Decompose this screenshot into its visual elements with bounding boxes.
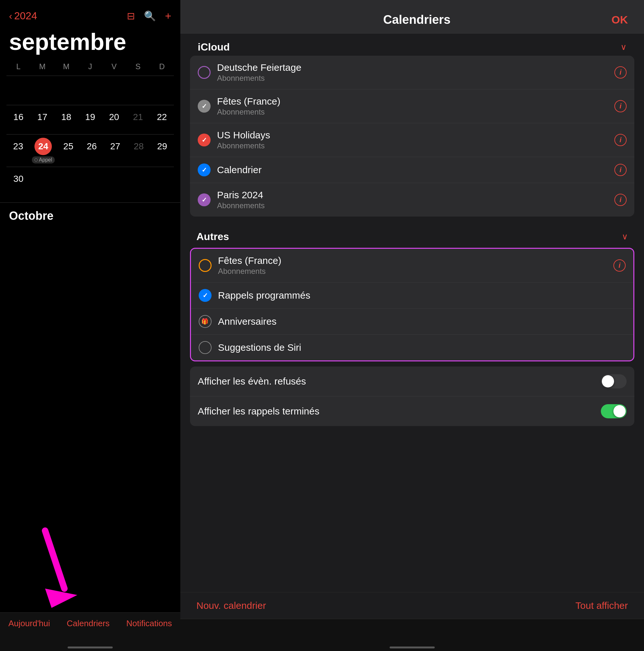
list-item[interactable]: ✓ Fêtes (France) Abonnements i [190,89,634,123]
info-icon[interactable]: i [614,194,626,206]
calendar-day-30[interactable]: 30 [6,167,30,196]
info-icon[interactable]: i [613,259,626,272]
cal-text: Rappels programmés [218,290,626,301]
event-appel: Appel [32,156,55,163]
calendar-circle: ✓ [198,133,211,147]
new-calendar-button[interactable]: Nouv. calendrier [197,600,266,611]
bottom-actions: Nouv. calendrier Tout afficher [180,592,644,619]
cal-name: Paris 2024 [217,190,608,200]
cal-text: Deutsche Feiertage Abonnements [217,62,608,83]
calendar-day-empty[interactable] [30,167,54,196]
calendar-day-25[interactable]: 25 [57,134,80,167]
calendar-day-empty[interactable] [150,167,174,196]
calendar-day-18[interactable]: 18 [54,105,78,134]
calendar-day-26[interactable]: 26 [80,134,104,167]
icloud-section-header[interactable]: iCloud ∨ [190,33,634,56]
info-icon[interactable]: i [614,134,626,146]
list-item[interactable]: ✓ Calendrier i [190,157,634,183]
autres-section-header[interactable]: Autres ∨ [190,223,634,248]
calendar-week-2: 16 17 18 19 20 21 22 [6,105,174,134]
cal-text: US Holidays Abonnements [217,130,608,150]
day-header-j: J [78,60,102,73]
list-item[interactable]: ✓ Rappels programmés [191,283,633,309]
calendar-day-empty[interactable] [102,167,126,196]
info-icon[interactable]: i [614,100,626,112]
calendar-day-28[interactable]: 28 [127,134,150,167]
icloud-title: iCloud [198,41,230,53]
calendar-day-empty[interactable] [126,167,150,196]
calendar-day[interactable] [30,76,54,105]
gift-icon: 🎁 [201,318,208,325]
calendar-circle: 🎁 [199,315,211,328]
day-header-m1: M [30,60,54,73]
info-icon[interactable]: i [614,66,626,79]
cal-name: Fêtes (France) [217,96,608,107]
layout-icon[interactable]: ⊟ [127,10,135,22]
cal-text: Fêtes (France) Abonnements [218,255,607,276]
cal-text: Fêtes (France) Abonnements [217,96,608,117]
icloud-group: Deutsche Feiertage Abonnements i ✓ Fêtes… [190,56,634,217]
show-all-button[interactable]: Tout afficher [576,600,628,611]
search-icon[interactable]: 🔍 [144,10,156,22]
calendar-day-empty[interactable] [54,167,78,196]
tab-bar-right [180,619,644,651]
home-indicator-right [390,647,435,648]
calendars-content: iCloud ∨ Deutsche Feiertage Abonnements … [180,33,644,592]
list-item[interactable]: ✓ US Holidays Abonnements i [190,123,634,157]
calendar-day-20[interactable]: 20 [102,105,126,134]
calendar-day[interactable] [78,76,102,105]
toggle-switch-completed[interactable] [601,404,626,418]
list-item[interactable]: Fêtes (France) Abonnements i [191,249,633,283]
toggle-completed[interactable]: Afficher les rappels terminés [190,397,634,426]
calendar-day-19[interactable]: 19 [78,105,102,134]
next-month-label: Octobre [0,203,180,225]
tab-bar-left: Aujourd'hui Calendriers Notifications [0,612,180,651]
calendar-day[interactable] [54,76,78,105]
calendar-day[interactable] [6,76,30,105]
calendar-day-29[interactable]: 29 [150,134,174,167]
toggle-label: Afficher les rappels terminés [198,406,319,417]
header-icons: ⊟ 🔍 + [127,10,171,22]
list-item[interactable]: Suggestions de Siri [191,335,633,361]
list-item[interactable]: 🎁 Anniversaires [191,309,633,335]
calendar-grid: L M M J V S D 16 [0,60,180,196]
add-icon[interactable]: + [165,10,171,22]
day-header-s: S [126,60,150,73]
toggle-switch-refused[interactable] [601,374,626,389]
list-item[interactable]: ✓ Paris 2024 Abonnements i [190,183,634,217]
ok-button[interactable]: OK [612,13,628,26]
calendar-day-27[interactable]: 27 [104,134,127,167]
cal-name: Anniversaires [218,316,626,327]
calendar-day-22[interactable]: 22 [150,105,174,134]
info-icon[interactable]: i [614,164,626,176]
calendar-day[interactable] [102,76,126,105]
day-header-l: L [6,60,30,73]
icloud-chevron-icon: ∨ [620,42,626,52]
tab-notifications[interactable]: Notifications [126,619,172,628]
svg-line-1 [45,531,64,589]
calendar-day[interactable] [150,76,174,105]
month-title: septembre [0,25,180,60]
tab-aujourdhui[interactable]: Aujourd'hui [8,619,50,628]
back-year-button[interactable]: ‹ 2024 [9,10,37,22]
right-panel: Calendriers OK iCloud ∨ Deutsche Feierta… [180,0,644,651]
toggle-refused[interactable]: Afficher les évèn. refusés [190,367,634,397]
calendar-day-23[interactable]: 23 [6,134,30,167]
left-panel: ‹ 2024 ⊟ 🔍 + septembre L M M J V S D [0,0,180,651]
calendar-day-17[interactable]: 17 [30,105,54,134]
cal-sub: Abonnements [217,74,608,83]
list-item[interactable]: Deutsche Feiertage Abonnements i [190,56,634,89]
cal-name: US Holidays [217,130,608,141]
calendar-circle: ✓ [198,100,211,113]
calendar-week-1 [6,75,174,105]
svg-marker-2 [45,589,77,608]
day-header-v: V [102,60,126,73]
calendar-day-21[interactable]: 21 [126,105,150,134]
calendar-circle [199,259,211,272]
calendar-day-24[interactable]: 24 Appel [30,134,57,167]
calendar-day-16[interactable]: 16 [6,105,30,134]
calendar-day-empty[interactable] [78,167,102,196]
tab-calendriers[interactable]: Calendriers [67,619,110,628]
calendar-day[interactable] [126,76,150,105]
toggle-thumb [613,405,626,417]
